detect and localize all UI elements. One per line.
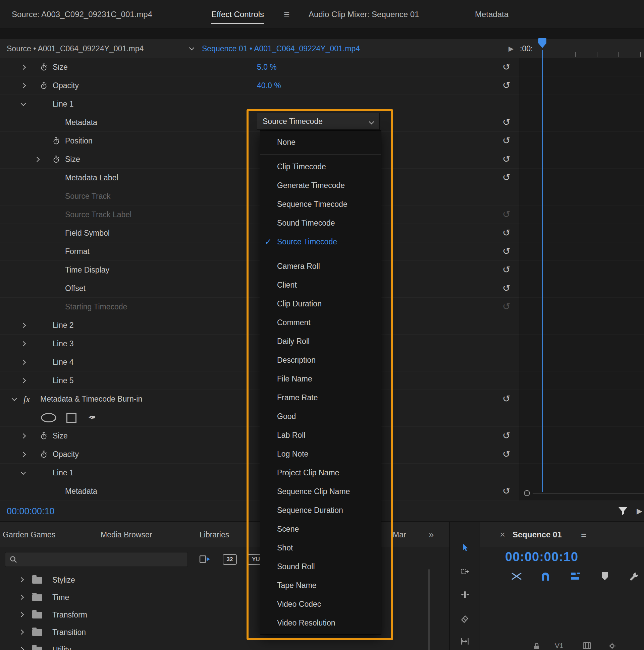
razor-tool[interactable]	[460, 614, 470, 623]
menu-item-camera-roll[interactable]: Camera Roll	[260, 257, 381, 276]
menu-item-lab-roll[interactable]: Lab Roll	[260, 426, 381, 444]
tab-source-a003-c092-09231c-001-mp4[interactable]: Source: A003_C092_09231C_001.mp4	[12, 0, 152, 29]
stopwatch-icon[interactable]	[40, 432, 47, 441]
reset-parameter-icon[interactable]: ↺	[503, 242, 510, 260]
expand-chevron-icon[interactable]	[19, 647, 24, 650]
tab-effect-controls[interactable]: Effect Controls	[211, 0, 264, 29]
tab-audio-clip-mixer-sequence-01[interactable]: Audio Clip Mixer: Sequence 01	[309, 0, 419, 29]
stopwatch-icon[interactable]	[40, 450, 47, 460]
zoom-scrollbar-track[interactable]	[533, 493, 644, 494]
reset-parameter-icon[interactable]: ↺	[503, 261, 510, 279]
expand-chevron-icon[interactable]	[21, 65, 26, 70]
track-select-forward-tool[interactable]	[460, 567, 470, 576]
menu-item-log-note[interactable]: Log Note	[260, 444, 381, 463]
reset-parameter-icon[interactable]: ↺	[503, 58, 510, 76]
reset-parameter-icon[interactable]: ↺	[503, 150, 510, 168]
menu-item-clip-timecode[interactable]: Clip Timecode	[260, 157, 381, 176]
pen-mask-icon[interactable]: ✒	[88, 408, 96, 427]
menu-item-sound-roll[interactable]: Sound Roll	[260, 557, 381, 576]
expand-chevron-icon[interactable]	[21, 101, 26, 106]
play-icon[interactable]: ▶	[508, 39, 513, 58]
reset-parameter-icon[interactable]: ↺	[503, 113, 510, 131]
property-value[interactable]: 5.0 %	[257, 58, 277, 76]
playhead-marker[interactable]	[538, 38, 547, 51]
panel-menu-icon[interactable]: ≡	[581, 522, 586, 547]
expand-chevron-icon[interactable]	[21, 452, 26, 457]
reset-parameter-icon[interactable]: ↺	[503, 76, 510, 94]
reset-parameter-icon[interactable]: ↺	[503, 427, 510, 444]
tab-metadata[interactable]: Metadata	[475, 0, 508, 29]
expand-chevron-icon[interactable]	[12, 396, 17, 401]
panel-menu-icon[interactable]: ≡	[284, 0, 290, 29]
menu-item-comment[interactable]: Comment	[260, 313, 381, 332]
expand-chevron-icon[interactable]	[19, 595, 24, 600]
linked-selection-icon[interactable]	[510, 572, 522, 582]
stopwatch-icon[interactable]	[40, 82, 47, 91]
chevron-down-icon[interactable]	[189, 45, 195, 50]
menu-item-project-clip-name[interactable]: Project Clip Name	[260, 463, 381, 482]
expand-chevron-icon[interactable]	[21, 83, 26, 88]
search-input[interactable]	[20, 553, 184, 566]
expand-chevron-icon[interactable]	[21, 323, 26, 328]
menu-item-client[interactable]: Client	[260, 276, 381, 294]
zoom-scrollbar-knob[interactable]	[524, 490, 530, 496]
reset-parameter-icon[interactable]: ↺	[503, 224, 510, 242]
ellipse-mask-icon[interactable]	[41, 413, 56, 422]
stopwatch-icon[interactable]	[40, 63, 47, 72]
bin-row-utility[interactable]: Utility	[0, 641, 426, 650]
ripple-edit-tool[interactable]	[460, 590, 470, 600]
sequence-title[interactable]: Sequence 01	[512, 522, 562, 547]
lock-icon[interactable]	[533, 642, 540, 650]
bin-list-scrollbar[interactable]	[428, 569, 430, 650]
reset-parameter-icon[interactable]: ↺	[503, 279, 510, 297]
menu-item-shot[interactable]: Shot	[260, 538, 381, 557]
expand-chevron-icon[interactable]	[21, 378, 26, 384]
menu-item-video-resolution[interactable]: Video Resolution	[260, 613, 381, 632]
menu-item-clip-duration[interactable]: Clip Duration	[260, 294, 381, 313]
menu-item-none[interactable]: None	[260, 133, 381, 151]
menu-item-frame-rate[interactable]: Frame Rate	[260, 388, 381, 407]
menu-item-good[interactable]: Good	[260, 407, 381, 426]
reset-parameter-icon[interactable]: ↺	[503, 132, 510, 149]
add-marker-icon[interactable]	[601, 572, 608, 582]
menu-item-video-codec[interactable]: Video Codec	[260, 595, 381, 613]
expand-chevron-icon[interactable]	[21, 470, 26, 475]
slip-tool[interactable]	[460, 637, 470, 646]
menu-item-description[interactable]: Description	[260, 351, 381, 369]
metadata-source-dropdown[interactable]: Source Timecode	[257, 113, 380, 130]
menu-item-tape-name[interactable]: Tape Name	[260, 576, 381, 595]
tab-garden-games[interactable]: Garden Games	[3, 522, 55, 547]
expand-chevron-icon[interactable]	[21, 360, 26, 365]
timeline-display-settings-icon[interactable]	[570, 572, 582, 582]
close-icon[interactable]: ×	[500, 522, 505, 547]
badge-32-icon[interactable]: 32	[223, 554, 237, 565]
tab-mar[interactable]: Mar	[393, 522, 406, 547]
expand-chevron-icon[interactable]	[21, 341, 26, 347]
sequence-timecode[interactable]: 00:00:00:10	[505, 550, 578, 564]
gear-icon[interactable]	[608, 642, 616, 650]
menu-item-sequence-clip-name[interactable]: Sequence Clip Name	[260, 482, 381, 501]
menu-item-sound-timecode[interactable]: Sound Timecode	[260, 214, 381, 232]
rectangle-mask-icon[interactable]	[66, 413, 76, 423]
reset-parameter-icon[interactable]: ↺	[503, 445, 510, 463]
reset-parameter-icon[interactable]: ↺	[503, 482, 510, 500]
current-timecode[interactable]: 00:00:00:10	[7, 501, 55, 521]
expand-chevron-icon[interactable]	[19, 612, 24, 617]
expand-chevron-icon[interactable]	[21, 433, 26, 439]
expand-chevron-icon[interactable]	[35, 157, 40, 162]
menu-item-source-timecode[interactable]: ✓Source Timecode	[260, 232, 381, 251]
tab-overflow-icon[interactable]: »	[429, 522, 434, 547]
expand-chevron-icon[interactable]	[19, 629, 24, 635]
selection-tool[interactable]	[460, 543, 470, 552]
play-icon[interactable]: ▶	[637, 501, 642, 521]
menu-item-daily-roll[interactable]: Daily Roll	[260, 332, 381, 351]
tab-media-browser[interactable]: Media Browser	[101, 522, 152, 547]
expand-chevron-icon[interactable]	[19, 577, 24, 583]
menu-item-file-name[interactable]: File Name	[260, 369, 381, 388]
ingest-settings-icon[interactable]	[199, 554, 211, 566]
film-icon[interactable]	[583, 642, 591, 650]
stopwatch-icon[interactable]	[53, 155, 60, 165]
property-value[interactable]: 40.0 %	[257, 76, 281, 95]
reset-parameter-icon[interactable]: ↺	[503, 390, 510, 408]
menu-item-sequence-timecode[interactable]: Sequence Timecode	[260, 195, 381, 214]
